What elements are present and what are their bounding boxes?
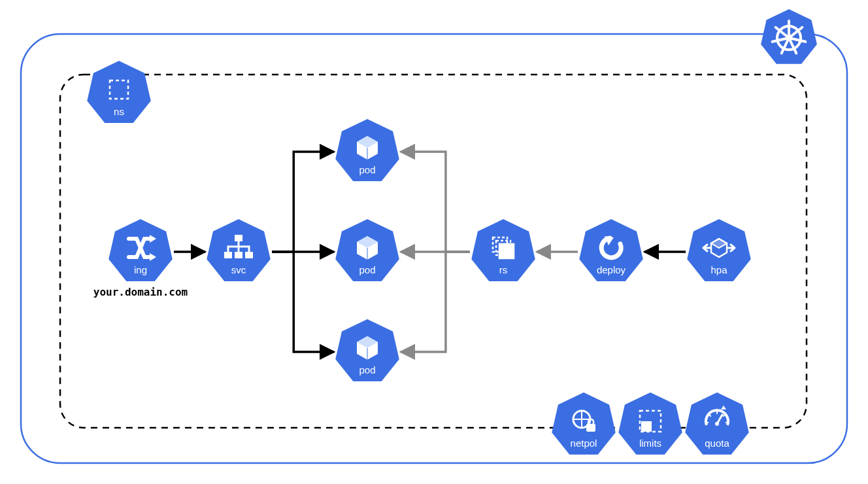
node-pod1-label: pod [359, 164, 375, 175]
svg-rect-0 [235, 235, 242, 241]
node-limits: limits [618, 392, 682, 455]
node-svc-label: svc [231, 264, 246, 275]
svg-rect-1 [224, 252, 232, 258]
rs-icon [493, 237, 514, 258]
node-ing-label: ing [134, 264, 147, 275]
node-rs-label: rs [499, 264, 508, 275]
node-hpa-label: hpa [710, 264, 727, 275]
kubernetes-badge [761, 9, 817, 64]
node-quota: quota [685, 392, 749, 455]
node-pod2: pod [335, 219, 399, 281]
svg-rect-9 [586, 424, 595, 432]
node-netpol: netpol [552, 392, 616, 455]
node-limits-label: limits [639, 438, 661, 449]
svg-rect-11 [641, 421, 652, 432]
node-ns-label: ns [114, 106, 124, 117]
node-rs: rs [471, 219, 535, 281]
edge-rs-pod1 [401, 152, 470, 252]
edge-svc-pod1 [272, 152, 334, 252]
svg-point-17 [715, 422, 719, 426]
node-deploy: deploy [579, 219, 643, 281]
node-ns: ns [87, 61, 151, 123]
node-deploy-label: deploy [597, 264, 626, 275]
svg-rect-2 [235, 252, 242, 258]
svg-rect-3 [245, 252, 253, 258]
node-pod2-label: pod [359, 264, 375, 275]
node-hpa: hpa [687, 219, 751, 281]
ingress-host-note: your.domain.com [93, 286, 188, 298]
nodes-layer: ingsvcpodpodpodrsdeployhpansnetpollimits… [87, 61, 751, 455]
node-netpol-label: netpol [571, 438, 597, 449]
svg-rect-6 [499, 244, 514, 258]
node-svc: svc [207, 219, 271, 281]
node-quota-label: quota [705, 438, 729, 449]
diagram-canvas: ingsvcpodpodpodrsdeployhpansnetpollimits… [0, 0, 868, 484]
edge-svc-pod3 [272, 252, 334, 352]
node-pod3: pod [335, 319, 399, 381]
node-pod3-label: pod [359, 364, 375, 375]
node-pod1: pod [335, 119, 399, 181]
node-ing: ing [108, 219, 173, 281]
edge-rs-pod3 [401, 252, 470, 352]
